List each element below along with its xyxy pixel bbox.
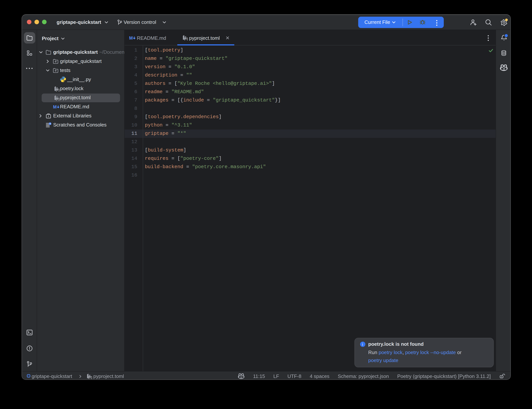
svg-text:[T]: [T] bbox=[56, 97, 59, 101]
svg-text:[T]: [T] bbox=[184, 37, 188, 40]
svg-text:M: M bbox=[129, 36, 133, 40]
svg-text:[T]: [T] bbox=[88, 376, 92, 379]
svg-text:[T]: [T] bbox=[56, 88, 59, 92]
svg-text:M: M bbox=[53, 104, 56, 110]
